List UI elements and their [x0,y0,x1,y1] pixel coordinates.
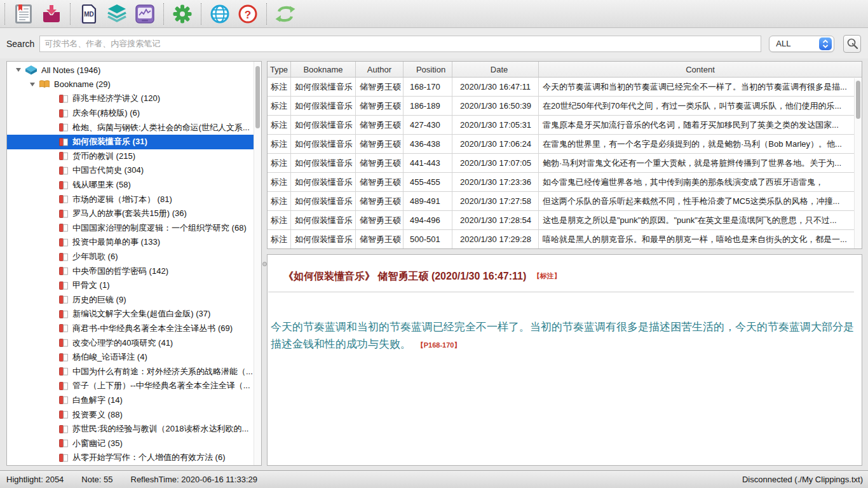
settings-gear-icon [171,3,194,25]
column-header-author[interactable]: Author [356,62,403,77]
table-row[interactable]: 标注 如何假装懂音乐 储智勇王硕 500-501 2020/1/30 17:29… [268,230,862,249]
search-bar: Search ALL [0,29,868,58]
book-label: 如何假装懂音乐 (31) [72,136,147,147]
cell-content: 在20世纪50年代到70年代之间，有过一类乐队，叫节奏蓝调乐队，他们使用的乐..… [539,97,862,115]
sidebar-book-item[interactable]: 钱从哪里来 (58) [7,178,254,193]
sidebar-book-item[interactable]: 中央帝国的哲学密码 (142) [7,264,254,278]
book-icon [59,152,68,160]
sidebar-book-item[interactable]: 苏世民:我的经验与教训（2018读桥水达利欧的... [7,422,254,437]
sidebar-book-item[interactable]: 中国为什么有前途：对外经济关系的战略潜能（... [7,364,254,379]
sidebar-book-item[interactable]: 中国古代简史 (304) [7,163,254,178]
disclosure-triangle-icon[interactable] [16,68,21,72]
cell-bookname: 如何假装懂音乐 [291,78,356,96]
notes-button[interactable] [10,1,37,27]
cell-position: 427-430 [403,116,452,134]
sidebar-book-item[interactable]: 从零开始学写作：个人增值的有效方法 (6) [7,451,254,465]
sidebar-book-item[interactable]: 管子（上下册）--中华经典名著全本全注全译（... [7,379,254,393]
markdown-export-icon: MD [78,3,100,25]
column-header-content[interactable]: Content [539,62,862,77]
sidebar-book-item[interactable]: 改变心理学的40项研究 (41) [7,336,254,350]
sidebar-book-item[interactable]: 白鱼解字 (14) [7,393,254,408]
status-bar: Hightlight: 2054 Note: 55 RefleshTime: 2… [0,470,868,488]
cell-content: 鲍勃·马利对雷鬼文化还有一个重大贡献，就是将脏辫传播到了世界各地。关于为... [539,154,862,172]
sidebar-book-item[interactable]: 小窗幽记 (35) [7,436,254,451]
sidebar-book-item[interactable]: 甲骨文 (1) [7,278,254,293]
column-header-position[interactable]: Position [403,62,452,77]
note-type-tag: 【标注】 [533,272,561,280]
note-detail-title: 《如何假装懂音乐》 储智勇王硕 (2020/1/30 16:47:11) 【标注… [283,270,853,283]
sidebar-book-item[interactable]: 中国国家治理的制度逻辑：一个组织学研究 (68) [7,221,254,236]
markdown-export-button[interactable]: MD [75,1,103,27]
sidebar-book-item[interactable]: 如何假装懂音乐 (31) [7,135,254,149]
sidebar-book-item[interactable]: 历史的巨镜 (9) [7,293,254,308]
toolbar: MD [0,0,868,28]
book-list: 薛兆丰经济学讲义 (120) 庆余年(精校版) (6) 枪炮、病菌与钢铁:人类社… [7,92,254,464]
sidebar-book-item[interactable]: 投资要义 (88) [7,407,254,422]
sidebar-book-item[interactable]: 枪炮、病菌与钢铁:人类社会的命运(世纪人文系... [7,120,254,135]
sidebar-book-item[interactable]: 市场的逻辑（增订本） (81) [7,192,254,207]
book-label: 投资要义 (88) [72,409,123,421]
table-row[interactable]: 标注 如何假装懂音乐 储智勇王硕 168-170 2020/1/30 16:47… [268,78,862,97]
cell-author: 储智勇王硕 [356,97,403,115]
table-scrollbar-thumb[interactable] [856,81,860,119]
column-header-type[interactable]: Type [268,62,291,77]
help-button[interactable]: ? [234,1,262,27]
sidebar-item-all-notes[interactable]: All Notes (1946) [7,63,254,78]
status-connection: Disconnected (./My Clippings.txt) [742,475,863,484]
cell-content: 嘻哈就是黑人的朋克音乐。和最早的朋克一样，嘻哈也是来自街头的文化，都是一... [539,230,862,248]
cell-type: 标注 [268,211,291,229]
import-button[interactable] [37,1,65,27]
cell-position: 168-170 [403,78,452,96]
cell-content: 今天的节奏蓝调和当初的节奏蓝调已经完全不一样了。当初的节奏蓝调有很多是描... [539,78,862,96]
book-icon [59,238,68,247]
settings-button[interactable] [168,1,196,27]
sidebar-book-item[interactable]: 庆余年(精校版) (6) [7,106,254,121]
sidebar-book-item[interactable]: 少年凯歌 (6) [7,250,254,264]
sidebar-item-bookname[interactable]: Bookname (29) [7,78,254,92]
book-label: 市场的逻辑（增订本） (81) [72,194,172,205]
note-detail-title-text: 《如何假装懂音乐》 储智勇王硕 (2020/1/30 16:47:11) [283,271,526,281]
table-row[interactable]: 标注 如何假装懂音乐 储智勇王硕 441-443 2020/1/30 17:07… [268,154,862,173]
book-icon [59,410,68,419]
search-button[interactable] [843,35,861,53]
import-clippings-icon [40,3,63,25]
web-button[interactable] [206,1,234,27]
sidebar-scrollbar-thumb[interactable] [255,66,260,128]
book-icon [59,310,68,318]
table-row[interactable]: 标注 如何假装懂音乐 储智勇王硕 489-491 2020/1/30 17:27… [268,192,862,211]
statistics-button[interactable] [131,1,159,27]
sidebar-book-item[interactable]: 货币的教训 (215) [7,149,254,164]
cell-position: 489-491 [403,192,452,210]
cell-type: 标注 [268,192,291,210]
search-input[interactable] [39,36,761,52]
cell-content: 但这两个乐队的音乐听起来截然不同，性手枪沿袭了MC5这类乐队的风格，冲撞... [539,192,862,210]
book-icon [59,367,68,376]
sidebar-book-item[interactable]: 罗马人的故事(套装共15册) (36) [7,207,254,221]
sidebar-book-item[interactable]: 新编说文解字大全集(超值白金版) (37) [7,307,254,322]
book-label: 中国国家治理的制度逻辑：一个组织学研究 (68) [72,222,247,234]
cell-date: 2020/1/30 17:06:24 [452,135,539,153]
sidebar-book-item[interactable]: 商君书-中华经典名著全本全注全译丛书 (69) [7,322,254,336]
sidebar-book-item[interactable]: 薛兆丰经济学讲义 (120) [7,92,254,106]
table-row[interactable]: 标注 如何假装懂音乐 储智勇王硕 436-438 2020/1/30 17:06… [268,135,862,154]
filter-dropdown[interactable]: ALL [769,36,834,52]
table-scrollbar[interactable] [854,78,862,248]
sidebar-book-item[interactable]: 投资中最简单的事 (133) [7,235,254,250]
table-row[interactable]: 标注 如何假装懂音乐 储智勇王硕 494-496 2020/1/30 17:28… [268,211,862,230]
sidebar-scrollbar[interactable] [254,62,261,465]
note-position-tag: 【P168-170】 [417,341,461,349]
splitter-handle[interactable] [262,262,267,266]
book-icon [59,339,68,347]
sidebar-book-item[interactable]: 杨伯峻_论语译注 (4) [7,350,254,365]
sync-button[interactable] [271,1,299,27]
table-row[interactable]: 标注 如何假装懂音乐 储智勇王硕 455-455 2020/1/30 17:23… [268,173,862,192]
table-row[interactable]: 标注 如何假装懂音乐 储智勇王硕 427-430 2020/1/30 17:05… [268,116,862,135]
column-header-date[interactable]: Date [452,62,539,77]
column-header-bookname[interactable]: Bookname [291,62,356,77]
statistics-icon [133,3,156,25]
table-row[interactable]: 标注 如何假装懂音乐 储智勇王硕 186-189 2020/1/30 16:50… [268,97,862,116]
svg-text:MD: MD [84,10,94,17]
layers-button[interactable] [103,1,131,27]
disclosure-triangle-icon[interactable] [30,83,35,86]
book-label: 罗马人的故事(套装共15册) (36) [72,208,187,219]
